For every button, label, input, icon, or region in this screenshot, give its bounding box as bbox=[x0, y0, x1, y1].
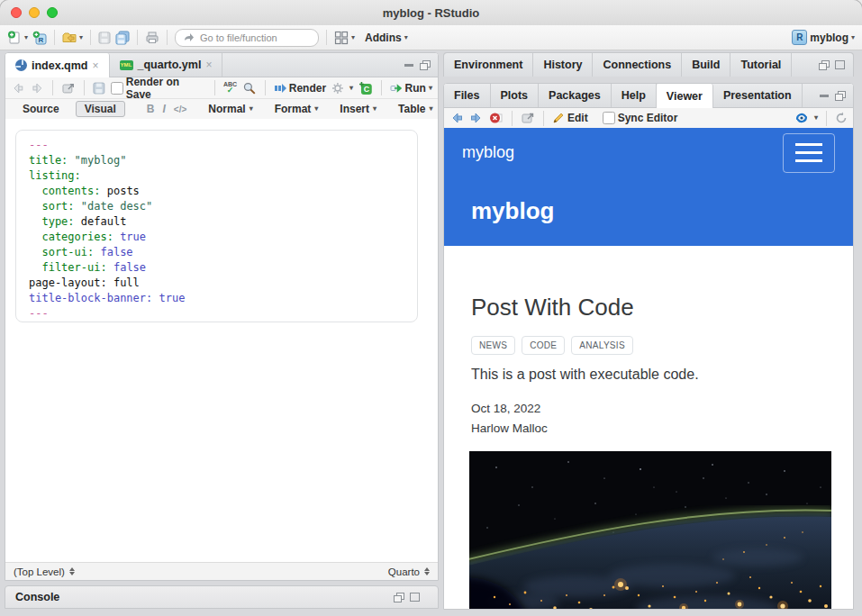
tab-help[interactable]: Help bbox=[612, 84, 657, 107]
italic-button[interactable]: I bbox=[163, 103, 166, 115]
paragraph-style-dropdown[interactable]: Normal ▾ bbox=[208, 103, 252, 115]
code-token: type: bbox=[29, 215, 75, 228]
goto-file-field[interactable] bbox=[175, 29, 319, 47]
tab-packages[interactable]: Packages bbox=[539, 84, 612, 107]
editor-status-bar: (Top Level) Quarto bbox=[5, 562, 438, 580]
category-badge-analysis[interactable]: ANALYSIS bbox=[571, 336, 633, 355]
stop-icon[interactable] bbox=[489, 111, 504, 125]
render-button[interactable]: Render bbox=[274, 82, 326, 95]
post-date: Oct 18, 2022 bbox=[471, 399, 826, 419]
tab-tutorial[interactable]: Tutorial bbox=[730, 53, 792, 77]
pane-layout-grid-icon bbox=[334, 31, 349, 45]
visual-mode-button[interactable]: Visual bbox=[76, 101, 125, 117]
quarto-file-icon bbox=[15, 59, 27, 71]
category-badge-news[interactable]: NEWS bbox=[471, 336, 515, 355]
open-in-new-window-icon[interactable] bbox=[61, 81, 76, 95]
format-dropdown[interactable]: Format ▾ bbox=[275, 103, 319, 115]
maximize-pane-icon[interactable] bbox=[835, 60, 845, 69]
tab-build[interactable]: Build bbox=[682, 53, 730, 77]
restore-pane-icon[interactable] bbox=[394, 593, 404, 602]
tab-plots[interactable]: Plots bbox=[491, 84, 540, 107]
minimize-pane-icon[interactable] bbox=[404, 64, 413, 67]
toolbar-separator bbox=[90, 30, 91, 45]
source-mode-button[interactable]: Source bbox=[14, 102, 68, 116]
spellcheck-button[interactable]: ABC ✓ bbox=[223, 81, 237, 95]
tab-history[interactable]: History bbox=[533, 53, 593, 77]
maximize-pane-icon[interactable] bbox=[420, 60, 430, 69]
tab-viewer[interactable]: Viewer bbox=[657, 84, 713, 108]
code-token: default bbox=[75, 215, 127, 228]
scope-selector[interactable]: (Top Level) bbox=[14, 566, 75, 577]
visual-editor-canvas[interactable]: ---title: "myblog"listing: contents: pos… bbox=[5, 119, 438, 562]
refresh-icon[interactable] bbox=[835, 112, 848, 124]
pane-layout-button[interactable]: ▾ bbox=[334, 31, 355, 45]
new-file-button[interactable]: ▾ bbox=[7, 31, 28, 45]
console-title: Console bbox=[15, 591, 59, 603]
post-meta: Oct 18, 2022 Harlow Malloc bbox=[471, 399, 826, 439]
viewer-toolbar: Edit Sync Editor ▾ bbox=[444, 108, 853, 129]
save-source-icon[interactable] bbox=[93, 82, 105, 95]
code-token: false bbox=[107, 261, 146, 274]
render-on-save-checkbox[interactable]: Render on Save bbox=[111, 76, 206, 101]
tab-quarto-yml[interactable]: YML _quarto.yml × bbox=[110, 53, 223, 77]
viewer-forward-icon[interactable] bbox=[469, 111, 484, 125]
insert-chunk-icon[interactable]: C bbox=[358, 81, 373, 95]
print-icon bbox=[145, 31, 159, 45]
category-badge-code[interactable]: CODE bbox=[522, 336, 565, 355]
publish-caret-icon[interactable]: ▾ bbox=[814, 114, 818, 122]
main-toolbar: ▾ R ▾ bbox=[0, 25, 862, 50]
hamburger-menu-button[interactable] bbox=[783, 133, 835, 173]
viewer-back-icon[interactable] bbox=[449, 111, 464, 125]
tab-index-qmd[interactable]: index.qmd × bbox=[5, 53, 110, 77]
new-project-button[interactable]: R bbox=[32, 31, 47, 45]
table-dropdown[interactable]: Table ▾ bbox=[398, 103, 432, 115]
svg-text:C: C bbox=[364, 85, 370, 94]
bold-button[interactable]: B bbox=[147, 103, 155, 115]
maximize-pane-icon[interactable] bbox=[835, 91, 845, 100]
addins-button[interactable]: Addins ▾ bbox=[365, 32, 408, 44]
tab-environment[interactable]: Environment bbox=[444, 53, 533, 77]
titlebar: myblog - RStudio bbox=[0, 0, 862, 26]
minimize-pane-icon[interactable] bbox=[820, 95, 829, 97]
run-button[interactable]: Run ▾ bbox=[390, 82, 432, 95]
print-button[interactable] bbox=[145, 31, 159, 45]
tab-connections[interactable]: Connections bbox=[593, 53, 682, 77]
close-tab-icon[interactable]: × bbox=[93, 59, 99, 72]
goto-file-input[interactable] bbox=[198, 32, 311, 44]
filetype-selector[interactable]: Quarto bbox=[388, 566, 430, 577]
save-icon bbox=[98, 32, 111, 44]
open-file-button[interactable]: ▾ bbox=[62, 31, 83, 45]
table-caret-icon: ▾ bbox=[430, 105, 433, 113]
tab-presentation[interactable]: Presentation bbox=[713, 84, 803, 107]
publish-icon[interactable] bbox=[794, 111, 809, 125]
forward-icon[interactable] bbox=[31, 81, 45, 95]
inline-code-button[interactable]: </> bbox=[174, 104, 186, 114]
sync-editor-checkbox[interactable]: Sync Editor bbox=[603, 112, 678, 124]
maximize-pane-icon[interactable] bbox=[410, 593, 420, 602]
blog-brand[interactable]: myblog bbox=[462, 143, 514, 162]
post-image-earth-night[interactable] bbox=[469, 451, 831, 609]
editor-toolbar: Render on Save ABC ✓ Render bbox=[5, 77, 438, 99]
back-icon[interactable] bbox=[11, 81, 25, 95]
save-all-button[interactable] bbox=[115, 31, 130, 45]
save-button[interactable] bbox=[98, 32, 111, 44]
render-settings-caret-icon[interactable]: ▾ bbox=[349, 85, 353, 92]
code-token: --- bbox=[29, 139, 49, 151]
code-line: --- bbox=[29, 306, 404, 322]
edit-button[interactable]: Edit bbox=[552, 112, 588, 124]
project-menu-button[interactable]: R myblog ▾ bbox=[792, 30, 855, 45]
search-icon[interactable] bbox=[242, 81, 257, 95]
post-author: Harlow Malloc bbox=[471, 419, 826, 439]
insert-dropdown[interactable]: Insert ▾ bbox=[340, 103, 377, 115]
yml-file-icon: YML bbox=[120, 60, 133, 70]
viewer-open-in-new-window-icon[interactable] bbox=[521, 111, 535, 125]
tab-files[interactable]: Files bbox=[444, 84, 491, 107]
post-title-link[interactable]: Post With Code bbox=[471, 294, 826, 322]
code-token: "date desc" bbox=[75, 200, 153, 213]
restore-pane-icon[interactable] bbox=[819, 60, 829, 69]
render-settings-gear-icon[interactable] bbox=[331, 82, 344, 95]
close-tab-icon[interactable]: × bbox=[205, 59, 212, 71]
files-pane-buttons bbox=[820, 84, 853, 107]
code-block[interactable]: ---title: "myblog"listing: contents: pos… bbox=[15, 130, 418, 322]
checkbox-icon bbox=[603, 112, 615, 124]
